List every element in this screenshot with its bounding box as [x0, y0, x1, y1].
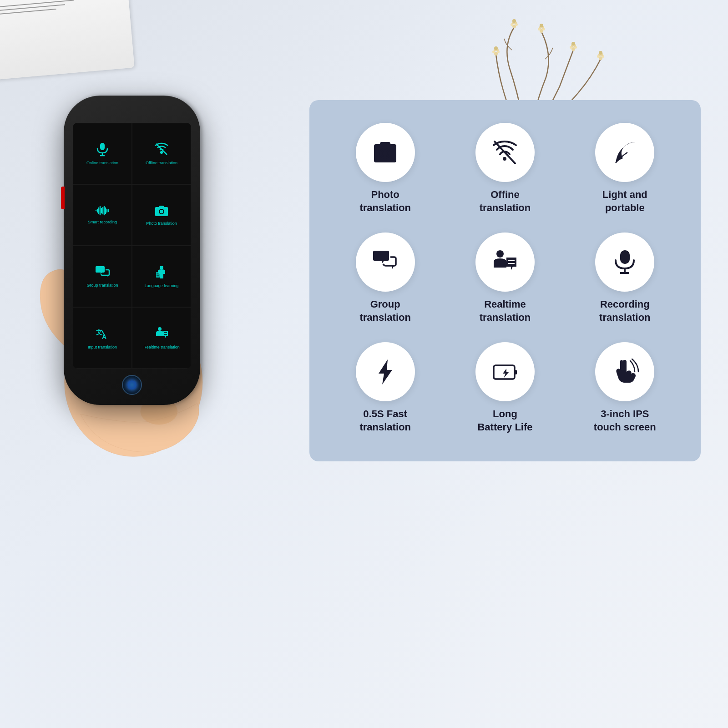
group-chat-icon: [370, 248, 400, 277]
lightning-icon: [370, 357, 400, 387]
translate-icon: 文 A: [95, 326, 110, 343]
svg-point-11: [540, 24, 543, 27]
touch-screen-label: 3-inch IPStouch screen: [594, 408, 656, 434]
feature-recording-translation: Recordingtranslation: [572, 233, 678, 324]
svg-point-54: [158, 327, 162, 331]
realtime-translation-icon-circle: [475, 233, 535, 292]
person-translate-icon: [154, 326, 169, 343]
svg-point-46: [160, 210, 163, 213]
svg-point-61: [503, 157, 506, 161]
svg-text:文: 文: [96, 329, 102, 336]
feature-touch-screen: 3-inch IPStouch screen: [572, 342, 678, 434]
offline-translation-label: Offinetranslation: [480, 188, 531, 214]
book-person-icon: [154, 265, 169, 282]
mic-icon: [95, 142, 110, 159]
camera-icon: [154, 204, 169, 219]
svg-point-63: [496, 250, 504, 258]
svg-rect-30: [100, 143, 105, 150]
svg-point-60: [382, 151, 388, 156]
feature-light-portable: Light andportable: [572, 123, 678, 214]
offline-translation-label: Offline translation: [146, 161, 177, 166]
online-translation-label: Online translation: [86, 161, 118, 166]
group-translation-label: Group translation: [86, 283, 118, 288]
group-chat-icon: [95, 265, 110, 281]
smart-recording-label: Smart recording: [88, 220, 117, 225]
group-translation-icon-circle: [356, 233, 415, 292]
feature-offline-translation: Offinetranslation: [452, 123, 558, 214]
feature-group-translation: Grouptranslation: [332, 233, 438, 324]
device-screen-area: Online translation: [73, 123, 191, 369]
waveform-icon: [95, 205, 110, 218]
battery-icon: [490, 357, 520, 387]
wifi-slash-icon: [154, 142, 169, 159]
light-portable-icon-circle: [595, 123, 654, 182]
main-layout: Online translation: [0, 82, 728, 491]
feature-realtime-translation: Realtimetranslation: [452, 233, 558, 324]
person-translate-icon: [490, 248, 520, 277]
screen-cell-online-translation[interactable]: Online translation: [73, 123, 132, 184]
screen-cell-input-translation[interactable]: 文 A Input translation: [73, 307, 132, 369]
feather-icon: [610, 138, 640, 167]
svg-point-23: [599, 51, 602, 55]
recording-translation-icon-circle: [595, 233, 654, 292]
light-portable-label: Light andportable: [602, 188, 647, 214]
photo-translation-icon: [370, 138, 400, 167]
svg-point-47: [160, 266, 163, 269]
touch-icon: [610, 357, 640, 387]
svg-rect-48: [156, 272, 160, 278]
svg-point-17: [571, 42, 575, 46]
fingerprint-sensor: [127, 380, 136, 389]
fast-translation-icon-circle: [356, 342, 415, 401]
photo-translation-icon-circle: [356, 123, 415, 182]
offline-translation-icon: [490, 138, 520, 167]
hand-device-container: Online translation: [27, 82, 282, 491]
recording-translation-label: Recordingtranslation: [599, 298, 650, 324]
realtime-translation-label: Realtimetranslation: [480, 298, 531, 324]
feature-photo-translation: Phototranslation: [332, 123, 438, 214]
svg-rect-70: [515, 370, 517, 374]
battery-life-label: LongBattery Life: [477, 408, 532, 434]
svg-point-29: [494, 46, 498, 50]
screen-cell-group-translation[interactable]: Group translation: [73, 246, 132, 307]
fast-translation-label: 0.5S Fasttranslation: [359, 408, 410, 434]
screen-cell-smart-recording[interactable]: Smart recording: [73, 184, 132, 246]
photo-translation-label: Phototranslation: [359, 188, 410, 214]
photo-translation-label: Photo translation: [146, 221, 177, 226]
svg-rect-66: [620, 250, 630, 264]
book-decoration: [0, 0, 135, 80]
screen-cell-offline-translation[interactable]: Offline translation: [132, 123, 191, 184]
device-home-button[interactable]: [122, 375, 142, 395]
realtime-translation-label: Realtime translation: [143, 345, 180, 350]
language-learning-label: Language learning: [145, 283, 179, 288]
input-translation-label: Input translation: [88, 345, 117, 350]
device-side-button[interactable]: [61, 187, 65, 209]
screen-cell-realtime-translation[interactable]: Realtime translation: [132, 307, 191, 369]
screen-cell-photo-translation[interactable]: Photo translation: [132, 184, 191, 246]
svg-point-33: [161, 152, 162, 153]
device: Online translation: [64, 96, 200, 405]
touch-screen-icon-circle: [595, 342, 654, 401]
device-section: Online translation: [27, 82, 282, 491]
screen-cell-language-learning[interactable]: Language learning: [132, 246, 191, 307]
features-panel: Phototranslation Offinetranslation: [309, 100, 701, 461]
feature-fast-translation: 0.5S Fasttranslation: [332, 342, 438, 434]
svg-point-5: [512, 19, 516, 23]
feature-battery-life: LongBattery Life: [452, 342, 558, 434]
features-grid: Phototranslation Offinetranslation: [332, 123, 678, 434]
offline-translation-icon-circle: [475, 123, 535, 182]
group-translation-label: Grouptranslation: [359, 298, 410, 324]
microphone-icon: [610, 248, 640, 277]
battery-life-icon-circle: [475, 342, 535, 401]
device-screen: Online translation: [73, 123, 191, 369]
